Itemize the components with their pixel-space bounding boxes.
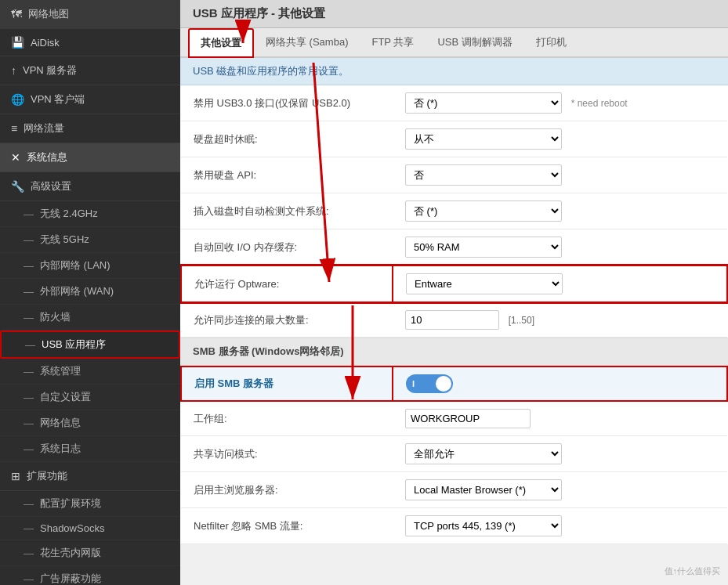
sidebar-item-wireless-24[interactable]: — 无线 2.4GHz — [0, 201, 180, 227]
smb-toggle[interactable]: I — [406, 374, 453, 393]
tab-usb-modem[interactable]: USB 调制解调器 — [426, 28, 523, 58]
table-row: 启用主浏览服务器: Local Master Browser (*) 禁用 Do… — [181, 472, 727, 508]
table-row: 插入磁盘时自动检测文件系统: 否 (*) 是 — [181, 193, 727, 229]
dash-icon: — — [24, 286, 34, 298]
sidebar-item-network-flow[interactable]: ≡ 网络流量 — [0, 114, 180, 143]
dash-icon: — — [24, 522, 34, 534]
setting-value: 全部允许 仅管理员 自定义 — [393, 436, 727, 472]
tab-network-share[interactable]: 网络共享 (Samba) — [254, 28, 360, 58]
setting-value: Local Master Browser (*) 禁用 Domain Maste… — [393, 472, 727, 508]
tab-bar: 其他设置 网络共享 (Samba) FTP 共享 USB 调制解调器 打印机 — [180, 28, 728, 58]
smb-enable-row: 启用 SMB 服务器 I — [181, 367, 727, 401]
optware-row: 允许运行 Optware: Entware Optware 禁用 — [181, 265, 727, 302]
dash-icon: — — [24, 498, 34, 510]
table-row: 自动回收 I/O 内存缓存: 50% RAM 25% RAM 禁用 — [181, 229, 727, 266]
sidebar: 🗺 网络地图 💾 AiDisk ↑ VPN 服务器 🌐 VPN 客户端 ≡ 网络… — [0, 0, 180, 585]
sidebar-item-system-info[interactable]: ✕ 系统信息 — [0, 143, 180, 172]
setting-label: 允许同步连接的最大数量: — [181, 302, 393, 338]
sidebar-item-wireless-5[interactable]: — 无线 5GHz — [0, 227, 180, 253]
sidebar-item-advanced[interactable]: 🔧 高级设置 — [0, 172, 180, 201]
setting-label: 禁用 USB3.0 接口(仅保留 USB2.0) — [181, 85, 393, 121]
smb-table: 启用 SMB 服务器 I 工作组: 共享访问模式: — [180, 366, 728, 544]
sidebar-item-extensions[interactable]: ⊞ 扩展功能 — [0, 462, 180, 491]
sidebar-item-usb-apps[interactable]: — USB 应用程序 — [0, 330, 180, 359]
setting-value: 否 是 — [393, 157, 727, 193]
setting-value: 从不 5分钟 — [393, 121, 727, 157]
table-row: 允许同步连接的最大数量: [1..50] — [181, 302, 727, 338]
setting-label: 插入磁盘时自动检测文件系统: — [181, 193, 393, 229]
disable-usb3-select[interactable]: 否 (*) 是 — [405, 92, 562, 114]
dash-icon: — — [24, 417, 34, 429]
setting-value — [393, 401, 727, 436]
smb-enable-value: I — [393, 367, 727, 401]
vpn-server-icon: ↑ — [11, 64, 16, 77]
sidebar-item-lan[interactable]: — 内部网络 (LAN) — [0, 253, 180, 279]
io-cache-select[interactable]: 50% RAM 25% RAM 禁用 — [405, 237, 562, 258]
hdd-sleep-select[interactable]: 从不 5分钟 — [405, 128, 562, 150]
settings-table: 禁用 USB3.0 接口(仅保留 USB2.0) 否 (*) 是 * need … — [180, 85, 728, 338]
dash-icon: — — [24, 312, 34, 323]
table-row: 禁用硬盘 API: 否 是 — [181, 157, 727, 193]
netfilter-smb-select[interactable]: TCP ports 445, 139 (*) 禁用 — [405, 515, 562, 536]
tab-ftp-share[interactable]: FTP 共享 — [360, 28, 426, 58]
disk-icon: 💾 — [11, 36, 24, 49]
optware-select[interactable]: Entware Optware 禁用 — [406, 273, 563, 294]
hdd-api-select[interactable]: 否 是 — [405, 164, 562, 186]
sidebar-item-vpn-server[interactable]: ↑ VPN 服务器 — [0, 56, 180, 85]
share-mode-select[interactable]: 全部允许 仅管理员 自定义 — [405, 443, 562, 464]
flow-icon: ≡ — [11, 122, 17, 135]
auto-check-fs-select[interactable]: 否 (*) 是 — [405, 200, 562, 222]
master-browser-select[interactable]: Local Master Browser (*) 禁用 Domain Maste… — [405, 479, 562, 500]
extensions-icon: ⊞ — [11, 470, 20, 482]
sidebar-item-flower-shell[interactable]: — 花生壳内网版 — [0, 540, 180, 566]
tab-other-settings[interactable]: 其他设置 — [188, 28, 254, 58]
sidebar-item-network-map[interactable]: 🗺 网络地图 — [0, 0, 180, 29]
reboot-note: * need reboot — [571, 98, 628, 109]
sidebar-item-config-ext[interactable]: — 配置扩展环境 — [0, 491, 180, 517]
watermark: 值↑什么值得买 — [665, 565, 721, 577]
table-row: 共享访问模式: 全部允许 仅管理员 自定义 — [181, 436, 727, 472]
sidebar-item-firewall[interactable]: — 防火墙 — [0, 305, 180, 330]
dash-icon: — — [24, 392, 34, 403]
dash-icon: — — [24, 234, 34, 246]
page-title: USB 应用程序 - 其他设置 — [193, 6, 325, 20]
sidebar-item-vpn-client[interactable]: 🌐 VPN 客户端 — [0, 85, 180, 114]
tab-printer[interactable]: 打印机 — [524, 28, 578, 58]
toggle-knob — [436, 376, 451, 392]
smb-section-header: SMB 服务器 (Windows网络邻居) — [180, 338, 728, 366]
max-sync-input[interactable] — [405, 310, 499, 330]
dash-icon: — — [24, 573, 34, 585]
settings-section: 禁用 USB3.0 接口(仅保留 USB2.0) 否 (*) 是 * need … — [180, 85, 728, 338]
setting-value: TCP ports 445, 139 (*) 禁用 — [393, 508, 727, 544]
sidebar-item-wan[interactable]: — 外部网络 (WAN) — [0, 279, 180, 305]
info-bar: USB 磁盘和应用程序的常用设置。 — [180, 58, 728, 85]
setting-label: Netfilter 忽略 SMB 流量: — [181, 508, 393, 544]
setting-label: 自动回收 I/O 内存缓存: — [181, 229, 393, 266]
workgroup-input[interactable] — [405, 409, 531, 428]
sidebar-item-syslog[interactable]: — 系统日志 — [0, 436, 180, 462]
sidebar-item-aidisk[interactable]: 💾 AiDisk — [0, 29, 180, 56]
sidebar-item-adblock[interactable]: — 广告屏蔽功能 — [0, 566, 180, 585]
sidebar-item-custom[interactable]: — 自定义设置 — [0, 385, 180, 410]
dash-icon: — — [25, 339, 35, 351]
table-row: 硬盘超时休眠: 从不 5分钟 — [181, 121, 727, 157]
setting-label: 禁用硬盘 API: — [181, 157, 393, 193]
globe-icon: 🌐 — [11, 93, 24, 106]
range-note: [1..50] — [509, 315, 534, 326]
setting-value: 否 (*) 是 — [393, 193, 727, 229]
optware-value: Entware Optware 禁用 — [393, 265, 727, 302]
setting-value: 50% RAM 25% RAM 禁用 — [393, 229, 727, 266]
info-text: USB 磁盘和应用程序的常用设置。 — [193, 65, 349, 77]
main-content: USB 应用程序 - 其他设置 其他设置 网络共享 (Samba) FTP 共享… — [180, 0, 728, 585]
sidebar-item-sys-admin[interactable]: — 系统管理 — [0, 359, 180, 385]
setting-label: 共享访问模式: — [181, 436, 393, 472]
sidebar-item-network-info[interactable]: — 网络信息 — [0, 410, 180, 436]
dash-icon: — — [24, 366, 34, 377]
smb-settings-section: 启用 SMB 服务器 I 工作组: 共享访问模式: — [180, 366, 728, 544]
page-header: USB 应用程序 - 其他设置 — [180, 0, 728, 28]
dash-icon: — — [24, 208, 34, 220]
setting-label: 硬盘超时休眠: — [181, 121, 393, 157]
sidebar-item-shadowsocks[interactable]: — ShadowSocks — [0, 517, 180, 540]
toggle-label: I — [412, 379, 415, 388]
dash-icon: — — [24, 260, 34, 272]
